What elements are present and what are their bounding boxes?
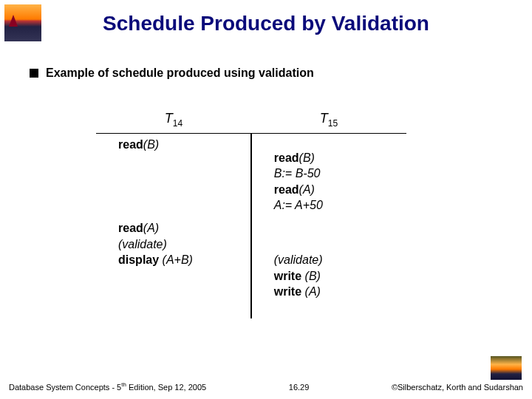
t15-op-assign-b: B:= B-50 — [274, 166, 400, 182]
t15-op-read-b: read(B) — [274, 150, 400, 166]
footer-left-a: Database System Concepts - 5 — [9, 383, 121, 392]
header-t15: T15 — [251, 111, 406, 129]
square-bullet-icon — [30, 69, 38, 78]
bullet-item: Example of schedule produced using valid… — [30, 66, 314, 80]
page-title: Schedule Produced by Validation — [0, 12, 532, 35]
t14-op-display: display (A+B) — [118, 252, 245, 268]
t14-op-validate: (validate) — [118, 236, 245, 253]
footer-center: 16.29 — [289, 383, 310, 392]
t14-op-read-b: read(B) — [118, 137, 245, 153]
schedule-table: T14 T15 read(B) read(A) (validate) displ… — [96, 111, 406, 318]
schedule-body: read(B) read(A) (validate) display (A+B)… — [96, 134, 406, 318]
t15-op-validate: (validate) — [274, 252, 400, 268]
column-t14: read(B) read(A) (validate) display (A+B) — [96, 134, 250, 318]
header-t14: T14 — [96, 111, 251, 129]
t15-op-assign-a: A:= A+50 — [274, 197, 400, 214]
footer: Database System Concepts - 5th Edition, … — [0, 381, 532, 392]
header-t14-label: T — [165, 111, 173, 126]
footer-left-b: Edition, Sep 12, 2005 — [126, 383, 206, 392]
t14-op-read-a: read(A) — [118, 220, 245, 236]
schedule-headers: T14 T15 — [96, 111, 406, 134]
header-t15-sub: 15 — [328, 118, 338, 129]
footer-left: Database System Concepts - 5th Edition, … — [9, 381, 206, 392]
column-t15: read(B) B:= B-50 read(A) A:= A+50 (valid… — [252, 134, 406, 318]
footer-left-sup: th — [121, 381, 126, 388]
footer-right: ©Silberschatz, Korth and Sudarshan — [392, 383, 523, 392]
t15-op-write-b: write (B) — [274, 268, 400, 284]
t15-op-read-a: read(A) — [274, 182, 400, 198]
sunset-logo-icon — [491, 356, 522, 380]
bullet-text: Example of schedule produced using valid… — [46, 66, 314, 80]
header-t14-sub: 14 — [173, 118, 183, 129]
header-t15-label: T — [320, 111, 328, 126]
t15-op-write-a: write (A) — [274, 284, 400, 300]
